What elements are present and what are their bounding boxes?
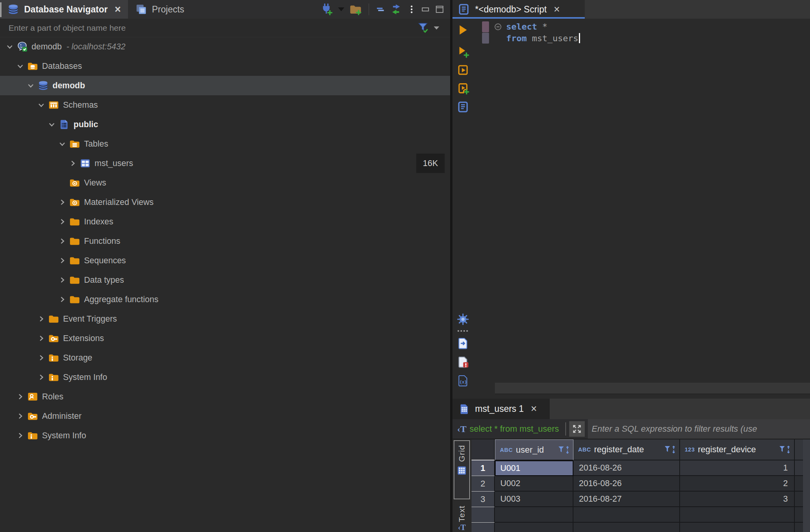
tab-mst-users-result[interactable]: mst_users 1 × <box>452 399 550 419</box>
chevron-right-icon[interactable] <box>14 431 26 440</box>
execute-statement-icon[interactable] <box>456 23 470 37</box>
column-filter-sort-icon[interactable] <box>664 444 676 455</box>
chevron-right-icon[interactable] <box>56 275 68 285</box>
column-filter-sort-icon[interactable] <box>778 444 791 455</box>
grid-cell[interactable]: U002 <box>495 476 573 492</box>
chevron-down-icon[interactable] <box>46 120 58 129</box>
tab-sql-script[interactable]: *<demodb> Script × <box>452 0 585 19</box>
settings-gear-icon[interactable] <box>456 313 470 326</box>
filter-funnel-icon[interactable] <box>417 21 432 35</box>
tab-projects[interactable]: Projects <box>128 0 191 19</box>
tree-item-extensions[interactable]: Extensions <box>0 329 450 348</box>
chevron-right-icon[interactable] <box>56 236 68 246</box>
chevron-right-icon[interactable] <box>56 295 68 304</box>
tree-item-storage[interactable]: Storage <box>0 348 450 368</box>
explain-plan-icon[interactable] <box>456 100 470 114</box>
tree-item-functions[interactable]: Functions <box>0 231 450 251</box>
tree-item-administer[interactable]: Administer <box>0 406 450 426</box>
chevron-down-icon[interactable] <box>56 139 68 149</box>
tree-item-materialized-views[interactable]: Materialized Views <box>0 192 450 212</box>
editor-horizontal-scrollbar[interactable] <box>495 383 810 394</box>
chevron-right-icon[interactable] <box>56 256 68 265</box>
grid-vertical-scrollbar[interactable] <box>803 439 810 532</box>
chevron-none-icon[interactable] <box>56 178 68 187</box>
grid-cell[interactable]: U003 <box>495 492 573 507</box>
tree-item-tables[interactable]: Tables <box>0 134 450 154</box>
tree-item-system-info[interactable]: System Info <box>0 368 450 387</box>
column-header-register_device[interactable]: 123register_device <box>680 439 795 460</box>
chevron-right-icon[interactable] <box>56 217 68 226</box>
close-icon[interactable]: × <box>531 404 537 414</box>
schema-doc-icon <box>58 119 70 130</box>
row-number[interactable]: 3 <box>472 492 495 507</box>
tree-item-mst-users[interactable]: mst_users16K <box>0 154 450 173</box>
link-with-editor-icon[interactable] <box>389 3 403 16</box>
execute-new-tab-icon[interactable] <box>456 45 470 58</box>
chevron-right-icon[interactable] <box>35 334 47 343</box>
chevron-right-icon[interactable] <box>14 411 26 421</box>
row-number-header[interactable] <box>472 439 495 460</box>
tree-item-indexes[interactable]: Indexes <box>0 212 450 231</box>
tree-item-aggregate-functions[interactable]: Aggregate functions <box>0 290 450 309</box>
row-number[interactable]: 1 <box>472 460 495 476</box>
new-folder-icon[interactable] <box>349 3 362 16</box>
doc-variables-icon[interactable]: {x} <box>456 374 470 387</box>
close-icon[interactable]: × <box>115 4 121 15</box>
column-header-register_date[interactable]: ABCregister_date <box>573 439 680 460</box>
sql-text-icon: ‹T <box>458 523 466 532</box>
column-header-user_id[interactable]: ABCuser_id <box>495 439 573 460</box>
sql-code-area[interactable]: select * from mst_users <box>473 19 810 383</box>
tree-item-data-types[interactable]: Data types <box>0 270 450 290</box>
fold-collapse-icon[interactable] <box>494 23 502 31</box>
collapse-all-icon[interactable] <box>375 4 386 14</box>
overflow-menu-icon[interactable] <box>407 4 417 14</box>
execute-script-new-tab-icon[interactable] <box>456 82 470 95</box>
connection-dropdown-icon[interactable] <box>338 7 344 11</box>
view-tab-text[interactable]: Text ‹T <box>454 503 470 532</box>
minimize-icon[interactable] <box>421 4 431 14</box>
new-connection-icon[interactable] <box>320 3 333 16</box>
grid-cell[interactable]: 2 <box>680 476 795 492</box>
tree-item-demodb[interactable]: demodb <box>0 76 450 95</box>
result-filter-input[interactable] <box>588 424 810 434</box>
tree-item-schemas[interactable]: Schemas <box>0 95 450 115</box>
chevron-down-icon[interactable] <box>35 100 47 110</box>
doc-warning-icon[interactable] <box>456 355 470 369</box>
chevron-down-icon[interactable] <box>14 61 26 71</box>
chevron-right-icon[interactable] <box>67 159 79 168</box>
tree-item-roles[interactable]: Roles <box>0 387 450 406</box>
grid-cell[interactable]: 2016-08-26 <box>573 476 680 492</box>
chevron-right-icon[interactable] <box>56 198 68 207</box>
tree-item-databases[interactable]: Databases <box>0 56 450 76</box>
chevron-right-icon[interactable] <box>35 314 47 324</box>
tab-database-navigator[interactable]: Database Navigator × <box>0 0 128 19</box>
tree-item-views[interactable]: Views <box>0 173 450 192</box>
chevron-right-icon[interactable] <box>14 392 26 401</box>
tree-item-event-triggers[interactable]: Event Triggers <box>0 309 450 329</box>
tree-item-demodb[interactable]: demodb- localhost:5432 <box>0 37 450 56</box>
expand-filter-button[interactable] <box>569 421 585 437</box>
column-filter-sort-icon[interactable] <box>558 445 570 455</box>
current-query-text[interactable]: select * from mst_users <box>470 424 559 434</box>
grid-cell[interactable]: 1 <box>680 460 795 476</box>
overflow-dots-icon[interactable] <box>457 329 469 333</box>
tree-item-system-info[interactable]: System Info <box>0 426 450 445</box>
chevron-down-icon[interactable] <box>4 42 16 51</box>
execute-script-icon[interactable] <box>456 64 470 77</box>
chevron-right-icon[interactable] <box>35 353 47 362</box>
grid-cell[interactable]: 2016-08-27 <box>573 492 680 507</box>
grid-cell[interactable]: 2016-08-26 <box>573 460 680 476</box>
grid-cell[interactable]: U001 <box>495 460 573 476</box>
row-number[interactable]: 2 <box>472 476 495 492</box>
object-search-input[interactable] <box>0 23 417 33</box>
chevron-right-icon[interactable] <box>35 373 47 382</box>
view-tab-grid[interactable]: Grid <box>454 440 470 499</box>
chevron-down-icon[interactable] <box>25 81 37 90</box>
output-doc-icon[interactable] <box>456 337 470 350</box>
tree-item-public[interactable]: public <box>0 115 450 134</box>
grid-cell[interactable]: 3 <box>680 492 795 507</box>
close-icon[interactable]: × <box>554 4 560 15</box>
maximize-icon[interactable] <box>435 4 445 14</box>
tree-item-sequences[interactable]: Sequences <box>0 251 450 270</box>
filter-dropdown-icon[interactable] <box>434 26 439 30</box>
